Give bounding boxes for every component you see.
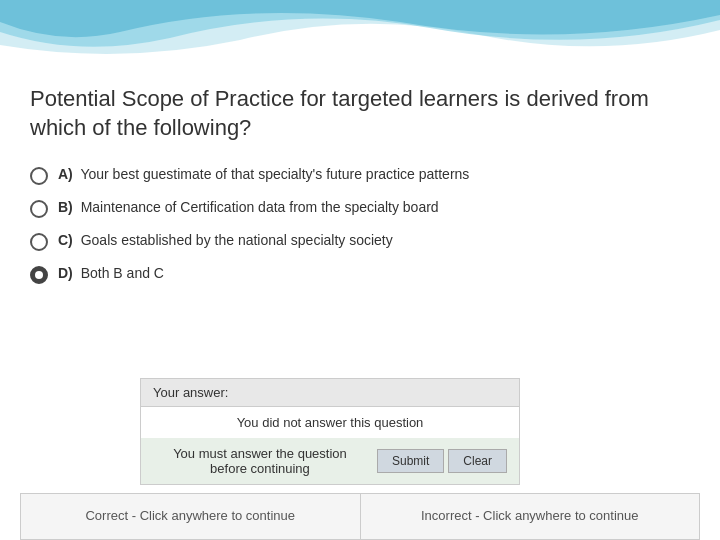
answer-popup: Your answer: You did not answer this que…: [140, 378, 520, 485]
option-a-label: A): [58, 166, 73, 182]
popup-actions: Submit Clear: [377, 449, 507, 473]
option-d-label: D): [58, 265, 73, 281]
main-content: Potential Scope of Practice for targeted…: [0, 10, 720, 334]
clear-button[interactable]: Clear: [448, 449, 507, 473]
option-b[interactable]: B) Maintenance of Certification data fro…: [30, 199, 690, 218]
option-b-content: Maintenance of Certification data from t…: [81, 199, 439, 215]
radio-b[interactable]: [30, 200, 48, 218]
option-c-label: C): [58, 232, 73, 248]
option-b-text: B) Maintenance of Certification data fro…: [58, 199, 439, 215]
option-a[interactable]: A) Your best guestimate of that specialt…: [30, 166, 690, 185]
option-b-label: B): [58, 199, 73, 215]
option-a-content: Your best guestimate of that specialty's…: [80, 166, 469, 182]
popup-header: Your answer:: [141, 379, 519, 407]
option-c-text: C) Goals established by the national spe…: [58, 232, 393, 248]
feedback-row: Correct - Click anywhere to continue Inc…: [20, 493, 700, 540]
option-c-content: Goals established by the national specia…: [81, 232, 393, 248]
correct-feedback-button[interactable]: Correct - Click anywhere to continue: [20, 493, 360, 540]
option-d-content: Both B and C: [81, 265, 164, 281]
option-a-text: A) Your best guestimate of that specialt…: [58, 166, 469, 182]
popup-message-no-answer: You did not answer this question: [141, 407, 519, 438]
radio-a[interactable]: [30, 167, 48, 185]
options-list: A) Your best guestimate of that specialt…: [30, 166, 690, 284]
option-d[interactable]: D) Both B and C: [30, 265, 690, 284]
popup-body: You did not answer this question You mus…: [141, 407, 519, 484]
option-c[interactable]: C) Goals established by the national spe…: [30, 232, 690, 251]
popup-message-text: You must answer the question before cont…: [153, 446, 367, 476]
popup-message-must-answer: You must answer the question before cont…: [141, 438, 519, 484]
bottom-panel: Correct - Click anywhere to continue Inc…: [0, 493, 720, 540]
radio-c[interactable]: [30, 233, 48, 251]
option-d-text: D) Both B and C: [58, 265, 164, 281]
radio-d[interactable]: [30, 266, 48, 284]
submit-button[interactable]: Submit: [377, 449, 444, 473]
question-title: Potential Scope of Practice for targeted…: [30, 85, 690, 142]
incorrect-feedback-button[interactable]: Incorrect - Click anywhere to continue: [360, 493, 701, 540]
